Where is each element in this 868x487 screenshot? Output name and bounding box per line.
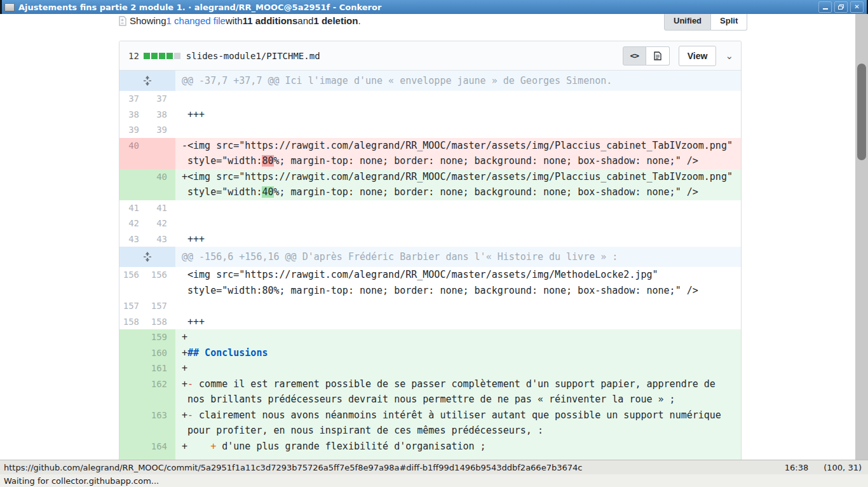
code-line: + bbox=[175, 360, 741, 376]
line-number-new[interactable]: 156 bbox=[147, 267, 175, 298]
diffstat-block-added bbox=[144, 53, 150, 59]
diff-row: 156156 <img src="https://rawgit.com/aleg… bbox=[119, 267, 741, 298]
line-number-new[interactable] bbox=[147, 454, 175, 460]
diff-row: 161+ bbox=[119, 360, 741, 376]
code-cell: +++ bbox=[175, 314, 741, 330]
expand-hunk-button[interactable] bbox=[119, 247, 175, 267]
code-line: <img src="https://rawgit.com/alegrand/RR… bbox=[175, 267, 741, 283]
code-cell: +<img src="https://rawgit.com/alegrand/R… bbox=[175, 169, 741, 200]
diff-view-toggle: Unified Split bbox=[664, 14, 747, 31]
line-number-old[interactable]: 40 bbox=[119, 138, 147, 169]
line-number-old[interactable]: 158 bbox=[119, 314, 147, 330]
line-number-new[interactable]: 162 bbox=[147, 376, 175, 408]
additions-count: 11 additions bbox=[243, 15, 298, 26]
line-number-new[interactable]: 163 bbox=[147, 408, 175, 439]
line-number-new[interactable]: 160 bbox=[147, 345, 175, 361]
scrollbar-thumb[interactable] bbox=[857, 64, 866, 160]
deletions-count: 1 deletion bbox=[313, 15, 358, 26]
line-number-old[interactable] bbox=[119, 329, 147, 345]
diff-row: 40+<img src="https://rawgit.com/alegrand… bbox=[119, 169, 741, 200]
code-icon: <> bbox=[630, 51, 639, 60]
line-number-old[interactable] bbox=[119, 408, 147, 439]
document-icon bbox=[654, 51, 661, 60]
code-cell: +++ bbox=[175, 107, 741, 123]
code-line: +- clairement nous avons néanmoins intér… bbox=[175, 408, 741, 423]
line-number-old[interactable] bbox=[119, 169, 147, 200]
code-line bbox=[175, 122, 741, 138]
line-number-new[interactable]: 157 bbox=[147, 298, 175, 314]
code-cell: +- comme il est rarement possible de se … bbox=[175, 376, 741, 408]
code-line: +++ bbox=[175, 231, 741, 247]
maximize-button[interactable] bbox=[834, 1, 848, 13]
line-number-new[interactable]: 158 bbox=[147, 314, 175, 330]
code-cell bbox=[175, 216, 741, 231]
line-number-new[interactable]: 39 bbox=[147, 122, 175, 138]
minimize-icon bbox=[823, 8, 828, 10]
diff-row: 162+- comme il est rarement possible de … bbox=[119, 376, 741, 408]
line-number-new[interactable]: 164 bbox=[147, 439, 175, 455]
diff-row: 158158 +++ bbox=[119, 314, 741, 330]
page-url: https://github.com/alegrand/RR_MOOC/comm… bbox=[4, 463, 582, 472]
code-cell: +++ bbox=[175, 231, 741, 247]
rendered-view-button[interactable] bbox=[646, 46, 670, 65]
code-cell: -<img src="https://rawgit.com/alegrand/R… bbox=[175, 138, 741, 169]
line-number-new[interactable]: 38 bbox=[147, 107, 175, 123]
line-number-new[interactable]: 43 bbox=[147, 231, 175, 247]
code-line: style="width:40%; margin-top: none; bord… bbox=[175, 184, 741, 200]
diff-row: 40-<img src="https://rawgit.com/alegrand… bbox=[119, 138, 741, 169]
code-cell bbox=[175, 122, 741, 138]
file-name[interactable]: slides-module1/PITCHME.md bbox=[186, 51, 320, 61]
diff-row: 4242 bbox=[119, 216, 741, 231]
chevron-down-icon[interactable]: ⌄ bbox=[725, 53, 733, 59]
diffstat-block-added bbox=[151, 53, 158, 59]
diff-row: 3737 bbox=[119, 91, 741, 107]
diffstat-block-added bbox=[159, 53, 165, 59]
view-file-button[interactable]: View bbox=[679, 46, 717, 66]
line-number-old[interactable]: 42 bbox=[119, 216, 147, 231]
file-view-mode-group: <> bbox=[623, 46, 670, 65]
diff-row: 4343 +++ bbox=[119, 231, 741, 247]
expand-hunk-button[interactable] bbox=[119, 71, 175, 91]
code-line bbox=[175, 298, 741, 314]
line-number-new[interactable]: 41 bbox=[147, 200, 175, 216]
line-number-old[interactable]: 38 bbox=[119, 107, 147, 123]
line-number-old[interactable] bbox=[119, 360, 147, 376]
summary-prefix: Showing bbox=[130, 15, 166, 26]
line-number-old[interactable]: 157 bbox=[119, 298, 147, 314]
diff-row: 157157 bbox=[119, 298, 741, 314]
diff-row: 160+## Conclusions bbox=[119, 345, 741, 361]
minimize-button[interactable] bbox=[818, 1, 832, 13]
line-number-old[interactable]: 43 bbox=[119, 231, 147, 247]
line-number-old[interactable]: 39 bbox=[119, 122, 147, 138]
diff-row: 163+- clairement nous avons néanmoins in… bbox=[119, 408, 741, 439]
line-number-old[interactable] bbox=[119, 345, 147, 361]
code-line: +<img src="https://rawgit.com/alegrand/R… bbox=[175, 169, 741, 185]
code-line: + bbox=[175, 329, 741, 345]
line-number-new[interactable]: 159 bbox=[147, 329, 175, 345]
line-number-old[interactable] bbox=[119, 439, 147, 455]
split-button[interactable]: Split bbox=[711, 14, 747, 31]
code-cell: + + d'une plus grande flexibilité d'orga… bbox=[175, 439, 741, 455]
line-number-new[interactable]: 42 bbox=[147, 216, 175, 231]
line-number-new[interactable]: 37 bbox=[147, 91, 175, 107]
line-number-new[interactable] bbox=[147, 138, 175, 169]
line-number-old[interactable]: 156 bbox=[119, 267, 147, 298]
diffstat-block-neutral bbox=[174, 53, 180, 59]
line-number-old[interactable]: 37 bbox=[119, 91, 147, 107]
vertical-scrollbar[interactable] bbox=[855, 14, 868, 460]
code-cell bbox=[175, 200, 741, 216]
line-number-old[interactable] bbox=[119, 454, 147, 460]
unified-button[interactable]: Unified bbox=[664, 14, 711, 31]
changed-file-link[interactable]: 1 changed file bbox=[166, 15, 226, 26]
code-cell: + bbox=[175, 360, 741, 376]
line-number-old[interactable] bbox=[119, 376, 147, 408]
file-diff-box: 12 slides-module1/PITCHME.md <> View ⌄ @… bbox=[119, 41, 742, 460]
line-number-old[interactable]: 41 bbox=[119, 200, 147, 216]
line-number-new[interactable]: 161 bbox=[147, 360, 175, 376]
line-number-new[interactable]: 40 bbox=[147, 169, 175, 200]
close-button[interactable]: ✕ bbox=[850, 1, 864, 13]
diff-row: @@ -156,6 +156,16 @@ D'après Frédéric Ba… bbox=[119, 247, 741, 267]
source-view-button[interactable]: <> bbox=[623, 46, 646, 65]
diff-row: 4141 bbox=[119, 200, 741, 216]
file-changes-count: 12 bbox=[128, 51, 139, 61]
